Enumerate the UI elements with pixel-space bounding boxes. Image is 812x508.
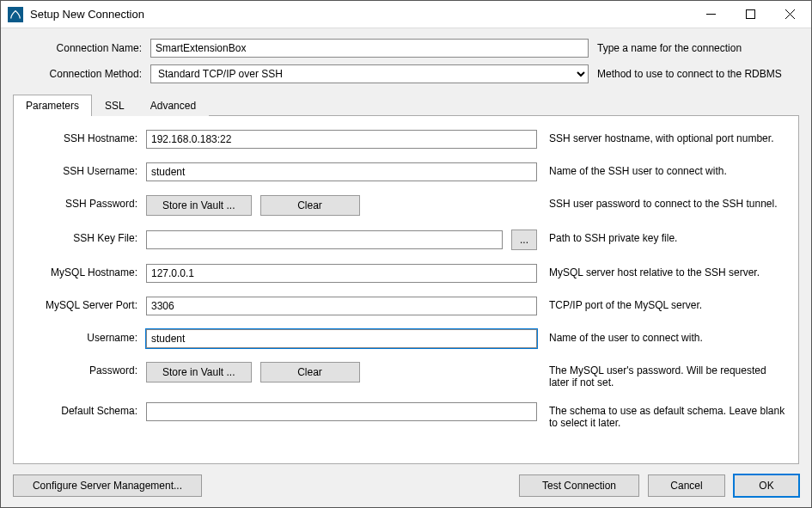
mysql-port-row: MySQL Server Port: TCP/IP port of the My… xyxy=(24,297,788,315)
connection-name-hint: Type a name for the connection xyxy=(589,42,799,54)
mysql-hostname-input[interactable] xyxy=(146,264,537,283)
mysql-port-desc: TCP/IP port of the MySQL server. xyxy=(537,297,788,311)
connection-method-hint: Method to use to connect to the RDBMS xyxy=(589,68,799,80)
ok-button[interactable]: OK xyxy=(734,474,799,497)
connection-name-label: Connection Name: xyxy=(13,42,150,54)
configure-server-button[interactable]: Configure Server Management... xyxy=(13,474,202,497)
tab-ssl[interactable]: SSL xyxy=(92,95,137,116)
ssh-keyfile-desc: Path to SSH private key file. xyxy=(537,230,788,244)
maximize-button[interactable] xyxy=(730,2,770,28)
ssh-username-input[interactable] xyxy=(146,162,537,181)
password-store-button[interactable]: Store in Vault ... xyxy=(146,362,252,383)
ssh-password-row: SSH Password: Store in Vault ... Clear S… xyxy=(24,195,788,216)
mysql-hostname-desc: MySQL server host relative to the SSH se… xyxy=(537,264,788,278)
ssh-username-label: SSH Username: xyxy=(24,162,146,177)
password-label: Password: xyxy=(24,362,146,376)
mysql-hostname-label: MySQL Hostname: xyxy=(24,264,146,278)
ssh-username-desc: Name of the SSH user to connect with. xyxy=(537,162,788,177)
window-controls xyxy=(691,2,809,28)
username-desc: Name of the user to connect with. xyxy=(537,329,788,344)
connection-name-row: Connection Name: Type a name for the con… xyxy=(13,39,799,58)
connection-name-input[interactable] xyxy=(150,39,589,58)
connection-method-select[interactable]: Standard TCP/IP over SSH xyxy=(150,64,589,83)
connection-method-label: Connection Method: xyxy=(13,68,150,80)
ssh-hostname-row: SSH Hostname: SSH server hostname, with … xyxy=(24,130,788,149)
ssh-password-desc: SSH user password to connect to the SSH … xyxy=(537,195,788,210)
ssh-keyfile-row: SSH Key File: ... Path to SSH private ke… xyxy=(24,230,788,250)
connection-method-row: Connection Method: Standard TCP/IP over … xyxy=(13,64,799,83)
username-input[interactable] xyxy=(146,329,537,348)
ssh-username-row: SSH Username: Name of the SSH user to co… xyxy=(24,162,788,181)
ssh-password-clear-button[interactable]: Clear xyxy=(260,195,360,216)
ssh-hostname-input[interactable] xyxy=(146,130,537,149)
test-connection-button[interactable]: Test Connection xyxy=(519,474,639,497)
tab-parameters[interactable]: Parameters xyxy=(13,95,92,116)
ssh-keyfile-input[interactable] xyxy=(146,230,503,249)
titlebar: Setup New Connection xyxy=(1,1,811,28)
default-schema-desc: The schema to use as default schema. Lea… xyxy=(537,402,788,429)
dialog-window: Setup New Connection Connection Name: Ty… xyxy=(0,0,812,508)
ssh-hostname-desc: SSH server hostname, with optional port … xyxy=(537,130,788,144)
mysql-port-label: MySQL Server Port: xyxy=(24,297,146,311)
default-schema-row: Default Schema: The schema to use as def… xyxy=(24,402,788,429)
default-schema-input[interactable] xyxy=(146,402,537,421)
ssh-keyfile-label: SSH Key File: xyxy=(24,230,146,244)
tab-advanced[interactable]: Advanced xyxy=(137,95,209,116)
window-title: Setup New Connection xyxy=(30,8,691,21)
cancel-button[interactable]: Cancel xyxy=(648,474,725,497)
tabpanel-parameters: SSH Hostname: SSH server hostname, with … xyxy=(13,115,799,464)
svg-rect-1 xyxy=(746,10,754,19)
ssh-password-store-button[interactable]: Store in Vault ... xyxy=(146,195,252,216)
username-label: Username: xyxy=(24,329,146,344)
mysql-port-input[interactable] xyxy=(146,297,537,315)
app-icon xyxy=(8,7,23,22)
ssh-hostname-label: SSH Hostname: xyxy=(24,130,146,144)
ssh-keyfile-browse-button[interactable]: ... xyxy=(511,230,537,250)
password-clear-button[interactable]: Clear xyxy=(260,362,360,383)
tabbar: Parameters SSL Advanced xyxy=(13,94,799,115)
minimize-button[interactable] xyxy=(691,2,730,28)
default-schema-label: Default Schema: xyxy=(24,402,146,417)
username-row: Username: Name of the user to connect wi… xyxy=(24,329,788,348)
close-button[interactable] xyxy=(770,2,809,28)
dialog-body: Connection Name: Type a name for the con… xyxy=(1,28,811,507)
password-desc: The MySQL user's password. Will be reque… xyxy=(537,362,788,389)
footer: Configure Server Management... Test Conn… xyxy=(13,464,799,497)
password-row: Password: Store in Vault ... Clear The M… xyxy=(24,362,788,389)
ssh-password-label: SSH Password: xyxy=(24,195,146,210)
mysql-hostname-row: MySQL Hostname: MySQL server host relati… xyxy=(24,264,788,283)
